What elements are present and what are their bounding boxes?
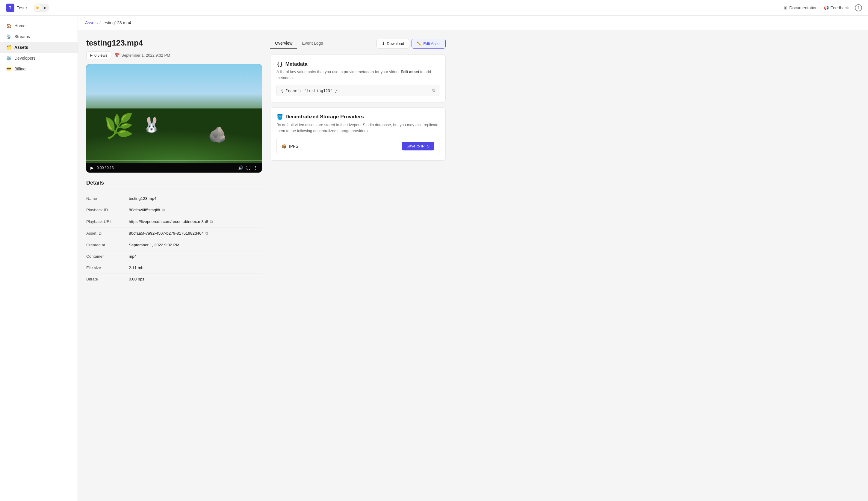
asset-id-text: 80cfaa5f-7a92-4507-b279-81751982d464 [129,231,204,235]
details-section: Details Name testing123.mp4 Playback ID … [86,180,262,285]
breadcrumb-bar: Assets / testing123.mp4 [78,15,868,30]
video-thumbnail: 🌿 🪨 [86,64,262,163]
copy-asset-id-button[interactable]: ⧉ [205,231,208,236]
sidebar-item-developers[interactable]: ⚙️ Developers [0,53,78,64]
asset-title: testing123.mp4 [86,38,262,47]
storage-icon: 🪣 [276,114,283,120]
calendar-icon: 📅 [115,53,120,57]
theme-dark-btn[interactable]: ● [42,4,48,11]
workspace-name-label: Test [17,6,24,10]
documentation-label: Documentation [789,6,817,10]
metadata-code-block: { "name": "testing123" } ⧉ [276,85,440,96]
storage-description: By default video assets are stored in th… [276,122,440,134]
home-icon: 🏠 [6,23,11,29]
detail-value-bitrate: 0.00 bps [129,277,144,281]
playback-id-text: 80cfmv6if5smql8f [129,207,160,212]
download-icon: ⬇ [382,41,385,46]
detail-value-created-at: September 1, 2022 9:32 PM [129,243,180,247]
breadcrumb: Assets / testing123.mp4 [85,20,131,25]
save-to-ipfs-button[interactable]: Save to IPFS [402,142,434,150]
billing-icon: 💳 [6,66,11,72]
detail-row-name: Name testing123.mp4 [86,193,262,204]
detail-value-name: testing123.mp4 [129,196,156,201]
details-heading: Details [86,180,262,189]
breadcrumb-current-page: testing123.mp4 [102,20,131,25]
asset-created-at: September 1, 2022 9:32 PM [121,53,170,57]
more-options-button[interactable]: ⋮ [253,166,258,170]
detail-row-playback-url: Playback URL https://livepeercdn.com/rec… [86,216,262,228]
workspace-selector[interactable]: Test ▾ [17,6,28,10]
sidebar-item-billing[interactable]: 💳 Billing [0,64,78,74]
download-button[interactable]: ⬇ Download [377,39,409,49]
video-player: 🌿 🪨 ▶ 0:00 / 0:13 🔊 ⛶ ⋮ [86,64,262,173]
edit-asset-button[interactable]: ✏️ Edit Asset [412,39,446,49]
copy-metadata-button[interactable]: ⧉ [432,88,435,93]
feedback-label: Feedback [831,6,849,10]
asset-meta: ▶ 0 views 📅 September 1, 2022 9:32 PM [86,51,262,59]
sidebar-item-assets-label: Assets [14,45,28,50]
sidebar-item-streams[interactable]: 📡 Streams [0,31,78,42]
tab-event-logs[interactable]: Event Logs [297,38,328,49]
detail-label-file-size: File size [86,266,125,270]
volume-button[interactable]: 🔊 [238,166,243,170]
tab-group: Overview Event Logs [270,38,328,49]
sidebar-item-billing-label: Billing [14,66,25,71]
workspace-avatar: T [6,3,14,12]
copy-playback-url-button[interactable]: ⧉ [210,219,213,224]
storage-title: Decentralized Storage Providers [285,114,364,120]
views-count: 0 views [94,53,107,57]
metadata-edit-link[interactable]: Edit asset [401,70,419,74]
metadata-icon: {} [276,61,283,67]
detail-row-file-size: File size 2.11 mb [86,262,262,274]
detail-label-bitrate: Bitrate [86,277,125,281]
tab-overview[interactable]: Overview [270,38,297,49]
storage-section: 🪣 Decentralized Storage Providers By def… [270,107,446,161]
copy-playback-id-button[interactable]: ⧉ [162,207,165,212]
detail-label-created-at: Created at [86,243,125,247]
sidebar-item-assets[interactable]: 🗂️ Assets [0,42,78,53]
sidebar-item-developers-label: Developers [14,56,36,61]
right-panel: Overview Event Logs ⬇ Download ✏️ Edit A… [270,38,446,285]
detail-label-playback-id: Playback ID [86,207,125,212]
metadata-title: Metadata [285,61,307,67]
breadcrumb-assets-link[interactable]: Assets [85,20,98,25]
sidebar-item-home[interactable]: 🏠 Home [0,20,78,31]
assets-icon: 🗂️ [6,45,11,50]
play-icon: ▶ [90,53,93,57]
developers-icon: ⚙️ [6,55,11,61]
ipfs-icon: 📦 [282,144,286,149]
edit-asset-label: Edit Asset [423,41,441,46]
detail-row-created-at: Created at September 1, 2022 9:32 PM [86,239,262,251]
ipfs-label-text: IPFS [289,144,298,149]
detail-label-asset-id: Asset ID [86,231,125,235]
breadcrumb-separator: / [99,20,101,25]
video-controls: ▶ 0:00 / 0:13 🔊 ⛶ ⋮ [86,163,262,173]
play-pause-button[interactable]: ▶ [90,166,94,170]
documentation-link[interactable]: ⊞ Documentation [784,6,817,10]
detail-label-container: Container [86,254,125,259]
theme-light-btn[interactable]: ☀️ [34,4,41,11]
main-content: testing123.mp4 ▶ 0 views 📅 September 1, … [78,30,868,501]
content-wrapper: testing123.mp4 ▶ 0 views 📅 September 1, … [86,38,446,285]
panel-header: Overview Event Logs ⬇ Download ✏️ Edit A… [270,38,446,49]
panel-actions: ⬇ Download ✏️ Edit Asset [377,39,446,49]
help-button[interactable]: ? [855,4,862,11]
feedback-link[interactable]: 📢 Feedback [824,6,849,10]
video-time-display: 0:00 / 0:13 [97,166,235,170]
sidebar-item-home-label: Home [14,23,25,28]
metadata-desc-text: A list of key value pairs that you use t… [276,70,400,74]
rock-decoration: 🪨 [208,126,227,143]
playback-url-text: https://livepeercdn.com/recor...d/index.… [129,219,208,224]
theme-toggle[interactable]: ☀️ ● [34,3,49,12]
download-label: Download [387,41,404,46]
ipfs-row: 📦 IPFS Save to IPFS [276,138,440,154]
video-progress-bar[interactable] [86,160,262,161]
storage-heading: 🪣 Decentralized Storage Providers [276,114,440,120]
fullscreen-button[interactable]: ⛶ [246,166,250,170]
video-scene: 🌿 🪨 [86,64,262,163]
sidebar: 🏠 Home 📡 Streams 🗂️ Assets ⚙️ Developers… [0,15,78,501]
edit-icon: ✏️ [416,41,421,46]
tree-decoration: 🌿 [104,114,134,138]
ipfs-label: 📦 IPFS [282,144,298,149]
detail-row-bitrate: Bitrate 0.00 bps [86,274,262,285]
